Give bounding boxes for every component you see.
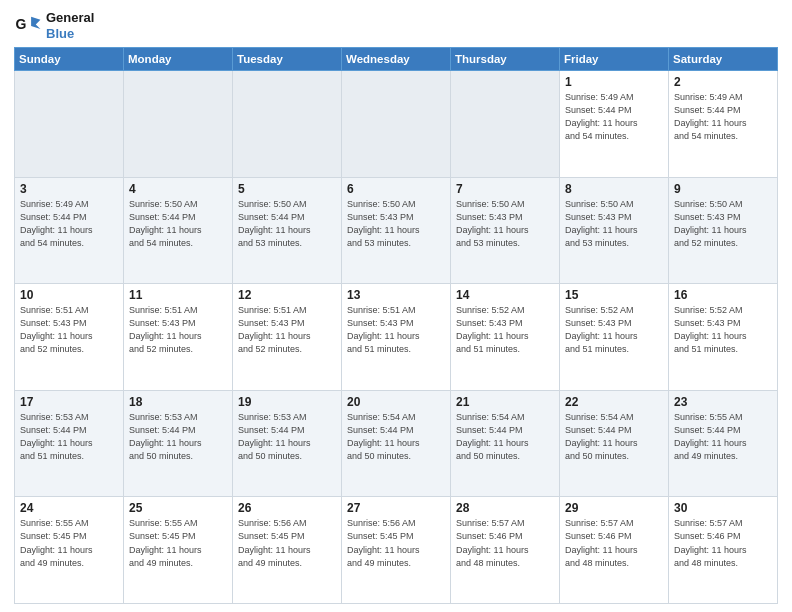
day-cell: 8Sunrise: 5:50 AM Sunset: 5:43 PM Daylig… (560, 177, 669, 284)
day-number: 15 (565, 288, 663, 302)
day-info: Sunrise: 5:52 AM Sunset: 5:43 PM Dayligh… (456, 304, 554, 356)
day-info: Sunrise: 5:52 AM Sunset: 5:43 PM Dayligh… (565, 304, 663, 356)
day-cell: 22Sunrise: 5:54 AM Sunset: 5:44 PM Dayli… (560, 390, 669, 497)
day-cell (342, 71, 451, 178)
weekday-header-wednesday: Wednesday (342, 48, 451, 71)
day-cell: 15Sunrise: 5:52 AM Sunset: 5:43 PM Dayli… (560, 284, 669, 391)
day-info: Sunrise: 5:50 AM Sunset: 5:44 PM Dayligh… (129, 198, 227, 250)
day-info: Sunrise: 5:51 AM Sunset: 5:43 PM Dayligh… (347, 304, 445, 356)
day-cell: 26Sunrise: 5:56 AM Sunset: 5:45 PM Dayli… (233, 497, 342, 604)
day-info: Sunrise: 5:49 AM Sunset: 5:44 PM Dayligh… (565, 91, 663, 143)
day-info: Sunrise: 5:57 AM Sunset: 5:46 PM Dayligh… (674, 517, 772, 569)
day-number: 30 (674, 501, 772, 515)
day-cell: 17Sunrise: 5:53 AM Sunset: 5:44 PM Dayli… (15, 390, 124, 497)
day-cell (233, 71, 342, 178)
day-info: Sunrise: 5:50 AM Sunset: 5:43 PM Dayligh… (347, 198, 445, 250)
day-cell: 13Sunrise: 5:51 AM Sunset: 5:43 PM Dayli… (342, 284, 451, 391)
weekday-header-friday: Friday (560, 48, 669, 71)
day-cell: 23Sunrise: 5:55 AM Sunset: 5:44 PM Dayli… (669, 390, 778, 497)
day-number: 12 (238, 288, 336, 302)
day-number: 19 (238, 395, 336, 409)
day-info: Sunrise: 5:55 AM Sunset: 5:44 PM Dayligh… (674, 411, 772, 463)
day-number: 20 (347, 395, 445, 409)
day-number: 26 (238, 501, 336, 515)
day-info: Sunrise: 5:51 AM Sunset: 5:43 PM Dayligh… (20, 304, 118, 356)
day-info: Sunrise: 5:50 AM Sunset: 5:43 PM Dayligh… (456, 198, 554, 250)
svg-text:G: G (16, 16, 27, 32)
weekday-header-thursday: Thursday (451, 48, 560, 71)
day-number: 8 (565, 182, 663, 196)
day-number: 29 (565, 501, 663, 515)
calendar-table: SundayMondayTuesdayWednesdayThursdayFrid… (14, 47, 778, 604)
day-number: 27 (347, 501, 445, 515)
day-cell: 30Sunrise: 5:57 AM Sunset: 5:46 PM Dayli… (669, 497, 778, 604)
week-row-1: 1Sunrise: 5:49 AM Sunset: 5:44 PM Daylig… (15, 71, 778, 178)
day-cell (451, 71, 560, 178)
day-cell: 16Sunrise: 5:52 AM Sunset: 5:43 PM Dayli… (669, 284, 778, 391)
day-cell: 6Sunrise: 5:50 AM Sunset: 5:43 PM Daylig… (342, 177, 451, 284)
day-info: Sunrise: 5:53 AM Sunset: 5:44 PM Dayligh… (20, 411, 118, 463)
day-cell: 11Sunrise: 5:51 AM Sunset: 5:43 PM Dayli… (124, 284, 233, 391)
week-row-5: 24Sunrise: 5:55 AM Sunset: 5:45 PM Dayli… (15, 497, 778, 604)
day-cell: 3Sunrise: 5:49 AM Sunset: 5:44 PM Daylig… (15, 177, 124, 284)
day-cell: 14Sunrise: 5:52 AM Sunset: 5:43 PM Dayli… (451, 284, 560, 391)
weekday-header-saturday: Saturday (669, 48, 778, 71)
weekday-header-sunday: Sunday (15, 48, 124, 71)
weekday-header-tuesday: Tuesday (233, 48, 342, 71)
day-number: 4 (129, 182, 227, 196)
day-number: 22 (565, 395, 663, 409)
day-number: 6 (347, 182, 445, 196)
week-row-4: 17Sunrise: 5:53 AM Sunset: 5:44 PM Dayli… (15, 390, 778, 497)
day-cell: 18Sunrise: 5:53 AM Sunset: 5:44 PM Dayli… (124, 390, 233, 497)
day-cell: 24Sunrise: 5:55 AM Sunset: 5:45 PM Dayli… (15, 497, 124, 604)
day-cell: 28Sunrise: 5:57 AM Sunset: 5:46 PM Dayli… (451, 497, 560, 604)
day-cell: 29Sunrise: 5:57 AM Sunset: 5:46 PM Dayli… (560, 497, 669, 604)
day-info: Sunrise: 5:54 AM Sunset: 5:44 PM Dayligh… (456, 411, 554, 463)
day-number: 28 (456, 501, 554, 515)
logo-text: General Blue (46, 10, 94, 41)
day-info: Sunrise: 5:50 AM Sunset: 5:43 PM Dayligh… (565, 198, 663, 250)
day-number: 21 (456, 395, 554, 409)
weekday-header-row: SundayMondayTuesdayWednesdayThursdayFrid… (15, 48, 778, 71)
weekday-header-monday: Monday (124, 48, 233, 71)
day-cell: 9Sunrise: 5:50 AM Sunset: 5:43 PM Daylig… (669, 177, 778, 284)
day-info: Sunrise: 5:54 AM Sunset: 5:44 PM Dayligh… (347, 411, 445, 463)
day-cell: 10Sunrise: 5:51 AM Sunset: 5:43 PM Dayli… (15, 284, 124, 391)
logo: G General Blue (14, 10, 94, 41)
day-cell: 5Sunrise: 5:50 AM Sunset: 5:44 PM Daylig… (233, 177, 342, 284)
day-number: 5 (238, 182, 336, 196)
day-info: Sunrise: 5:54 AM Sunset: 5:44 PM Dayligh… (565, 411, 663, 463)
day-cell: 21Sunrise: 5:54 AM Sunset: 5:44 PM Dayli… (451, 390, 560, 497)
day-info: Sunrise: 5:57 AM Sunset: 5:46 PM Dayligh… (565, 517, 663, 569)
day-cell: 19Sunrise: 5:53 AM Sunset: 5:44 PM Dayli… (233, 390, 342, 497)
day-info: Sunrise: 5:53 AM Sunset: 5:44 PM Dayligh… (238, 411, 336, 463)
day-number: 14 (456, 288, 554, 302)
day-cell: 27Sunrise: 5:56 AM Sunset: 5:45 PM Dayli… (342, 497, 451, 604)
day-cell (124, 71, 233, 178)
week-row-2: 3Sunrise: 5:49 AM Sunset: 5:44 PM Daylig… (15, 177, 778, 284)
day-info: Sunrise: 5:50 AM Sunset: 5:44 PM Dayligh… (238, 198, 336, 250)
day-info: Sunrise: 5:55 AM Sunset: 5:45 PM Dayligh… (129, 517, 227, 569)
day-info: Sunrise: 5:55 AM Sunset: 5:45 PM Dayligh… (20, 517, 118, 569)
day-number: 24 (20, 501, 118, 515)
day-info: Sunrise: 5:50 AM Sunset: 5:43 PM Dayligh… (674, 198, 772, 250)
day-info: Sunrise: 5:51 AM Sunset: 5:43 PM Dayligh… (129, 304, 227, 356)
day-info: Sunrise: 5:56 AM Sunset: 5:45 PM Dayligh… (347, 517, 445, 569)
day-cell (15, 71, 124, 178)
day-number: 9 (674, 182, 772, 196)
day-cell: 12Sunrise: 5:51 AM Sunset: 5:43 PM Dayli… (233, 284, 342, 391)
day-number: 3 (20, 182, 118, 196)
day-number: 7 (456, 182, 554, 196)
header: G General Blue (14, 10, 778, 41)
day-number: 13 (347, 288, 445, 302)
day-number: 11 (129, 288, 227, 302)
day-cell: 25Sunrise: 5:55 AM Sunset: 5:45 PM Dayli… (124, 497, 233, 604)
day-cell: 2Sunrise: 5:49 AM Sunset: 5:44 PM Daylig… (669, 71, 778, 178)
day-info: Sunrise: 5:49 AM Sunset: 5:44 PM Dayligh… (20, 198, 118, 250)
logo-icon: G (14, 12, 42, 40)
day-number: 2 (674, 75, 772, 89)
day-number: 18 (129, 395, 227, 409)
day-cell: 7Sunrise: 5:50 AM Sunset: 5:43 PM Daylig… (451, 177, 560, 284)
day-cell: 20Sunrise: 5:54 AM Sunset: 5:44 PM Dayli… (342, 390, 451, 497)
page: G General Blue SundayMondayTuesdayWednes… (0, 0, 792, 612)
